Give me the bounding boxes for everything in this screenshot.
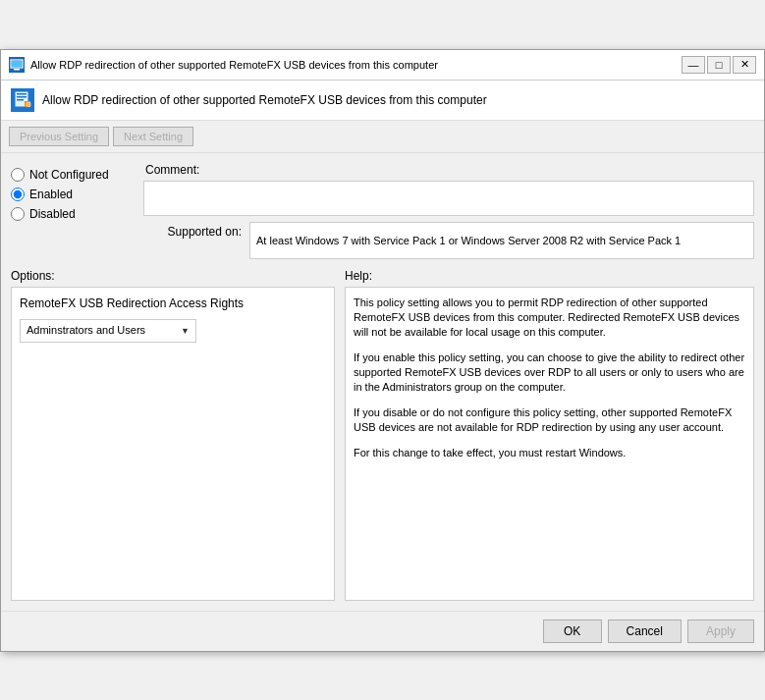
- help-para-1: This policy setting allows you to permit…: [354, 296, 745, 341]
- apply-button[interactable]: Apply: [687, 619, 754, 643]
- svg-text:⚙: ⚙: [26, 101, 31, 108]
- disabled-option[interactable]: Disabled: [11, 207, 143, 221]
- supported-label: Supported on:: [143, 222, 242, 239]
- window-title: Allow RDP redirection of other supported…: [30, 59, 676, 71]
- supported-value: At least Windows 7 with Service Pack 1 o…: [249, 222, 754, 259]
- disabled-label: Disabled: [29, 207, 76, 221]
- not-configured-option[interactable]: Not Configured: [11, 168, 143, 182]
- minimize-button[interactable]: —: [682, 56, 705, 74]
- top-section: Not Configured Enabled Disabled Comment:…: [11, 163, 754, 259]
- disabled-radio[interactable]: [11, 207, 25, 221]
- maximize-button[interactable]: □: [707, 56, 731, 74]
- not-configured-label: Not Configured: [29, 168, 109, 182]
- svg-rect-1: [14, 69, 20, 71]
- ok-button[interactable]: OK: [543, 619, 602, 643]
- previous-setting-button[interactable]: Previous Setting: [9, 127, 109, 146]
- window-controls: — □ ✕: [682, 56, 756, 74]
- help-para-4: For this change to take effect, you must…: [354, 446, 745, 460]
- comment-input[interactable]: [143, 181, 754, 216]
- svg-rect-6: [17, 99, 24, 101]
- main-window: Allow RDP redirection of other supported…: [0, 49, 765, 652]
- content-area: Not Configured Enabled Disabled Comment:…: [1, 153, 764, 611]
- dropdown-value: Adminstrators and Users: [27, 323, 145, 338]
- dropdown-arrow-icon: ▼: [181, 325, 190, 338]
- svg-rect-5: [17, 96, 27, 98]
- options-label: Options:: [11, 269, 335, 283]
- supported-section: Supported on: At least Windows 7 with Se…: [143, 222, 754, 259]
- svg-rect-2: [12, 61, 22, 67]
- radio-group: Not Configured Enabled Disabled: [11, 163, 143, 259]
- enabled-label: Enabled: [29, 188, 73, 201]
- option-item-title: RemoteFX USB Redirection Access Rights: [20, 296, 326, 312]
- not-configured-radio[interactable]: [11, 168, 25, 182]
- help-box: This policy setting allows you to permit…: [345, 287, 754, 601]
- enabled-option[interactable]: Enabled: [11, 188, 143, 201]
- help-para-3: If you disable or do not configure this …: [354, 405, 745, 436]
- next-setting-button[interactable]: Next Setting: [113, 127, 193, 146]
- options-box: RemoteFX USB Redirection Access Rights A…: [11, 287, 335, 601]
- dropdown-access-rights[interactable]: Adminstrators and Users ▼: [20, 319, 196, 342]
- help-panel: Help: This policy setting allows you to …: [345, 269, 754, 601]
- window-icon: [9, 57, 25, 73]
- panels-section: Options: RemoteFX USB Redirection Access…: [11, 269, 754, 601]
- policy-icon: ⚙: [11, 88, 34, 112]
- svg-rect-4: [17, 93, 27, 95]
- cancel-button[interactable]: Cancel: [608, 619, 682, 643]
- footer: OK Cancel Apply: [1, 611, 764, 651]
- title-bar: Allow RDP redirection of other supported…: [1, 50, 764, 81]
- help-label: Help:: [345, 269, 754, 283]
- options-panel: Options: RemoteFX USB Redirection Access…: [11, 269, 335, 601]
- toolbar: Previous Setting Next Setting: [1, 121, 764, 153]
- comment-label: Comment:: [145, 163, 754, 177]
- close-button[interactable]: ✕: [733, 56, 756, 74]
- help-para-2: If you enable this policy setting, you c…: [354, 350, 745, 396]
- header-bar: ⚙ Allow RDP redirection of other support…: [1, 81, 764, 121]
- comment-supported-section: Comment: Supported on: At least Windows …: [143, 163, 754, 259]
- enabled-radio[interactable]: [11, 188, 25, 201]
- header-title: Allow RDP redirection of other supported…: [42, 93, 487, 107]
